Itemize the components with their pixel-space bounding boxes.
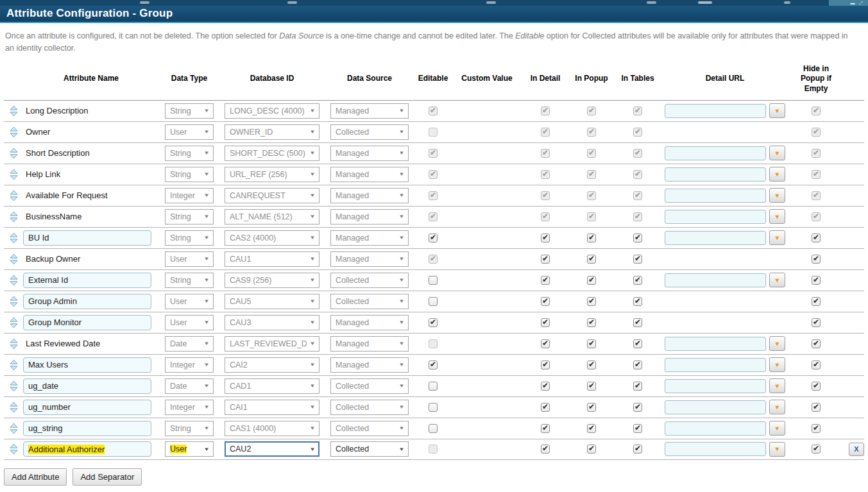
in-popup-checkbox[interactable]: ✔ <box>587 318 596 327</box>
in-tables-checkbox[interactable]: ✔ <box>633 339 642 348</box>
drag-reorder-icon[interactable] <box>10 190 18 201</box>
hide-in-popup-if-empty-checkbox[interactable]: ✔ <box>812 424 821 433</box>
editable-checkbox[interactable]: ✔ <box>429 233 438 242</box>
hide-in-popup-if-empty-checkbox[interactable]: ✔ <box>812 382 821 391</box>
in-detail-checkbox[interactable]: ✔ <box>541 403 550 412</box>
attribute-name-input[interactable]: External Id <box>23 273 151 288</box>
drag-reorder-icon[interactable] <box>10 232 18 244</box>
drag-reorder-icon[interactable] <box>10 380 18 392</box>
editable-checkbox[interactable] <box>429 403 438 412</box>
in-detail-checkbox[interactable]: ✔ <box>541 382 550 391</box>
add-attribute-button[interactable]: Add Attribute <box>4 468 67 486</box>
detail-url-dropdown-button[interactable]: ▼ <box>769 167 785 182</box>
detail-url-dropdown-button[interactable]: ▼ <box>769 146 785 160</box>
in-popup-checkbox[interactable]: ✔ <box>587 297 596 306</box>
in-detail-checkbox[interactable]: ✔ <box>541 361 550 369</box>
drag-reorder-icon[interactable] <box>10 317 18 328</box>
detail-url-dropdown-button[interactable]: ▼ <box>769 273 785 287</box>
in-tables-checkbox[interactable]: ✔ <box>633 318 642 327</box>
detail-url-dropdown-button[interactable]: ▼ <box>769 103 785 118</box>
hide-in-popup-if-empty-checkbox[interactable]: ✔ <box>812 403 821 412</box>
hide-in-popup-if-empty-checkbox[interactable]: ✔ <box>812 318 821 327</box>
in-detail-checkbox[interactable]: ✔ <box>541 339 550 348</box>
attribute-name-input[interactable]: Group Admin <box>23 294 151 309</box>
add-separator-button[interactable]: Add Separator <box>72 468 142 486</box>
drag-reorder-icon[interactable] <box>10 338 18 350</box>
detail-url-input[interactable] <box>665 421 766 436</box>
detail-url-input[interactable] <box>665 210 766 224</box>
attribute-name-input[interactable]: Max Users <box>23 357 151 373</box>
hide-in-popup-if-empty-checkbox[interactable]: ✔ <box>812 361 821 369</box>
detail-url-input[interactable] <box>665 337 766 351</box>
drag-reorder-icon[interactable] <box>10 211 18 223</box>
attribute-name-input[interactable]: Group Monitor <box>23 315 151 330</box>
editable-checkbox[interactable] <box>429 276 438 285</box>
minimize-icon[interactable]: ▬ <box>850 1 855 5</box>
detail-url-dropdown-button[interactable]: ▼ <box>769 400 785 414</box>
hide-in-popup-if-empty-checkbox[interactable]: ✔ <box>812 255 821 264</box>
in-detail-checkbox[interactable]: ✔ <box>541 255 550 264</box>
detail-url-dropdown-button[interactable]: ▼ <box>769 421 785 436</box>
detail-url-dropdown-button[interactable]: ▼ <box>769 357 785 372</box>
in-popup-checkbox[interactable]: ✔ <box>587 361 596 369</box>
in-tables-checkbox[interactable]: ✔ <box>633 297 642 306</box>
drag-reorder-icon[interactable] <box>10 423 18 434</box>
in-detail-checkbox[interactable]: ✔ <box>541 276 550 285</box>
in-tables-checkbox[interactable]: ✔ <box>633 361 642 369</box>
hide-in-popup-if-empty-checkbox[interactable]: ✔ <box>812 445 821 454</box>
in-popup-checkbox[interactable]: ✔ <box>587 445 596 454</box>
detail-url-input[interactable] <box>665 231 766 245</box>
attribute-name-input[interactable]: ug_date <box>23 378 151 394</box>
in-detail-checkbox[interactable]: ✔ <box>541 297 550 306</box>
hide-in-popup-if-empty-checkbox[interactable]: ✔ <box>812 276 821 285</box>
hide-in-popup-if-empty-checkbox[interactable]: ✔ <box>812 297 821 306</box>
remove-attribute-button[interactable]: X <box>849 443 864 456</box>
detail-url-input[interactable] <box>665 442 766 456</box>
database-id-select[interactable]: CAU2▼ <box>225 441 319 457</box>
drag-reorder-icon[interactable] <box>10 169 18 180</box>
in-tables-checkbox[interactable]: ✔ <box>633 382 642 391</box>
in-detail-checkbox[interactable]: ✔ <box>541 424 550 433</box>
detail-url-input[interactable] <box>665 167 766 182</box>
drag-reorder-icon[interactable] <box>10 359 18 371</box>
detail-url-input[interactable] <box>665 358 766 372</box>
in-detail-checkbox[interactable]: ✔ <box>541 318 550 327</box>
drag-reorder-icon[interactable] <box>10 253 18 265</box>
detail-url-dropdown-button[interactable]: ▼ <box>769 336 785 351</box>
detail-url-input[interactable] <box>665 189 766 203</box>
drag-reorder-icon[interactable] <box>10 443 18 455</box>
in-popup-checkbox[interactable]: ✔ <box>587 339 596 348</box>
attribute-name-input[interactable]: ug_number <box>23 400 151 415</box>
expand-icon[interactable]: ⤢ <box>859 1 863 5</box>
drag-reorder-icon[interactable] <box>10 105 18 117</box>
drag-reorder-icon[interactable] <box>10 126 18 138</box>
in-popup-checkbox[interactable]: ✔ <box>587 424 596 433</box>
drag-reorder-icon[interactable] <box>10 275 18 286</box>
in-tables-checkbox[interactable]: ✔ <box>633 233 642 242</box>
detail-url-dropdown-button[interactable]: ▼ <box>769 188 785 203</box>
in-tables-checkbox[interactable]: ✔ <box>633 445 642 454</box>
detail-url-input[interactable] <box>665 379 766 393</box>
data-type-select[interactable]: User▼ <box>165 441 214 457</box>
drag-reorder-icon[interactable] <box>10 296 18 307</box>
attribute-name-input[interactable]: ug_string <box>23 421 151 436</box>
in-tables-checkbox[interactable]: ✔ <box>633 424 642 433</box>
detail-url-input[interactable] <box>665 400 766 414</box>
editable-checkbox[interactable] <box>429 297 438 306</box>
detail-url-dropdown-button[interactable]: ▼ <box>769 378 785 393</box>
in-popup-checkbox[interactable]: ✔ <box>587 403 596 412</box>
attribute-name-input[interactable]: BU Id <box>23 230 151 246</box>
in-tables-checkbox[interactable]: ✔ <box>633 276 642 285</box>
drag-reorder-icon[interactable] <box>10 402 18 413</box>
in-tables-checkbox[interactable]: ✔ <box>633 403 642 412</box>
detail-url-dropdown-button[interactable]: ▼ <box>769 442 785 457</box>
in-popup-checkbox[interactable]: ✔ <box>587 276 596 285</box>
detail-url-input[interactable] <box>665 146 766 160</box>
editable-checkbox[interactable] <box>429 424 438 433</box>
detail-url-dropdown-button[interactable]: ▼ <box>769 230 785 245</box>
in-popup-checkbox[interactable]: ✔ <box>587 382 596 391</box>
hide-in-popup-if-empty-checkbox[interactable]: ✔ <box>812 339 821 348</box>
in-popup-checkbox[interactable]: ✔ <box>587 233 596 242</box>
detail-url-dropdown-button[interactable]: ▼ <box>769 209 785 224</box>
attribute-name-input[interactable]: Additional Authorizer <box>23 441 151 457</box>
